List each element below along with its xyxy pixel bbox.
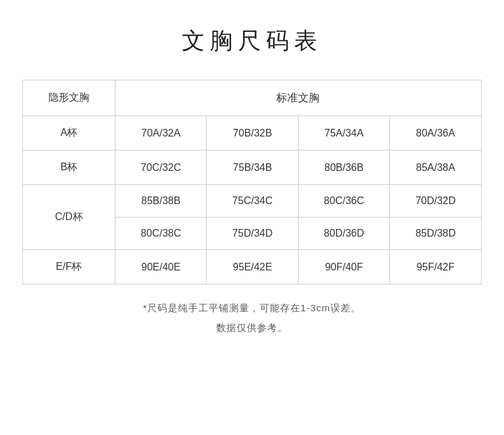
table-cell: 75D/34D [207, 218, 299, 250]
table-cell: 70A/32A [115, 116, 207, 151]
table-cell: 90F/40F [298, 250, 390, 284]
table-cell: 80A/36A [390, 116, 482, 151]
table-cell: 75A/34A [298, 116, 390, 151]
table-cell: 80D/36D [298, 218, 390, 250]
table-cell: 90E/40E [115, 250, 207, 284]
table-cell: 85A/38A [390, 151, 482, 185]
table-cell: 95E/42E [207, 250, 299, 284]
header-invisible-bra: 隐形文胸 [23, 80, 115, 116]
row-label-cd: C/D杯 [23, 185, 115, 250]
table-cell: 70C/32C [115, 151, 207, 185]
table-cell: 70D/32D [390, 185, 482, 218]
table-cell: 85B/38B [115, 185, 207, 218]
row-label-ef: E/F杯 [23, 250, 115, 284]
footnote-area: *尺码是纯手工平铺测量，可能存在1-3cm误差。 数据仅供参考。 [143, 302, 361, 334]
table-cell: 70B/32B [207, 116, 299, 151]
table-row: E/F杯 90E/40E 95E/42E 90F/40F 95F/42F [23, 250, 482, 284]
row-label-b: B杯 [23, 151, 115, 185]
header-standard-bra: 标准文胸 [115, 80, 481, 116]
table-cell: 95F/42F [390, 250, 482, 284]
table-row: B杯 70C/32C 75B/34B 80B/36B 85A/38A [23, 151, 482, 185]
row-label-a: A杯 [23, 116, 115, 151]
size-table: 隐形文胸 标准文胸 A杯 70A/32A 70B/32B 75A/34A 80A… [22, 80, 482, 284]
page-title: 文胸尺码表 [182, 26, 322, 57]
table-cell: 75B/34B [207, 151, 299, 185]
table-row: A杯 70A/32A 70B/32B 75A/34A 80A/36A [23, 116, 482, 151]
footnote-line2: 数据仅供参考。 [143, 322, 361, 334]
table-cell: 80C/36C [298, 185, 390, 218]
table-cell: 80C/38C [115, 218, 207, 250]
footnote-line1: *尺码是纯手工平铺测量，可能存在1-3cm误差。 [143, 302, 361, 314]
table-row: C/D杯 85B/38B 75C/34C 80C/36C 70D/32D [23, 185, 482, 218]
table-cell: 75C/34C [207, 185, 299, 218]
table-cell: 80B/36B [298, 151, 390, 185]
table-cell: 85D/38D [390, 218, 482, 250]
